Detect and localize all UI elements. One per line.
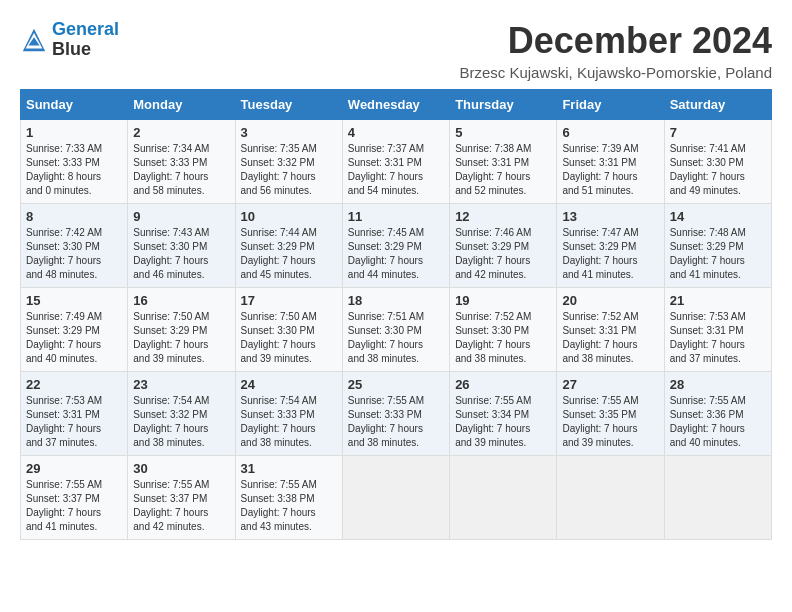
day-number: 31 [241, 461, 337, 476]
calendar-cell: 4 Sunrise: 7:37 AM Sunset: 3:31 PM Dayli… [342, 120, 449, 204]
day-number: 21 [670, 293, 766, 308]
day-number: 20 [562, 293, 658, 308]
day-detail: Sunrise: 7:52 AM Sunset: 3:31 PM Dayligh… [562, 310, 658, 366]
day-detail: Sunrise: 7:53 AM Sunset: 3:31 PM Dayligh… [670, 310, 766, 366]
day-number: 19 [455, 293, 551, 308]
day-detail: Sunrise: 7:55 AM Sunset: 3:36 PM Dayligh… [670, 394, 766, 450]
day-number: 6 [562, 125, 658, 140]
day-number: 13 [562, 209, 658, 224]
calendar-cell: 18 Sunrise: 7:51 AM Sunset: 3:30 PM Dayl… [342, 288, 449, 372]
weekday-header-sunday: Sunday [21, 90, 128, 120]
day-detail: Sunrise: 7:39 AM Sunset: 3:31 PM Dayligh… [562, 142, 658, 198]
calendar-cell: 13 Sunrise: 7:47 AM Sunset: 3:29 PM Dayl… [557, 204, 664, 288]
day-number: 25 [348, 377, 444, 392]
calendar-cell: 6 Sunrise: 7:39 AM Sunset: 3:31 PM Dayli… [557, 120, 664, 204]
weekday-header-friday: Friday [557, 90, 664, 120]
calendar-cell [664, 456, 771, 540]
day-detail: Sunrise: 7:51 AM Sunset: 3:30 PM Dayligh… [348, 310, 444, 366]
calendar-cell: 8 Sunrise: 7:42 AM Sunset: 3:30 PM Dayli… [21, 204, 128, 288]
day-number: 14 [670, 209, 766, 224]
title-block: December 2024 Brzesc Kujawski, Kujawsko-… [459, 20, 772, 81]
calendar-cell: 22 Sunrise: 7:53 AM Sunset: 3:31 PM Dayl… [21, 372, 128, 456]
day-number: 4 [348, 125, 444, 140]
day-number: 12 [455, 209, 551, 224]
day-number: 30 [133, 461, 229, 476]
day-number: 1 [26, 125, 122, 140]
calendar-cell: 2 Sunrise: 7:34 AM Sunset: 3:33 PM Dayli… [128, 120, 235, 204]
day-detail: Sunrise: 7:55 AM Sunset: 3:37 PM Dayligh… [26, 478, 122, 534]
weekday-header-tuesday: Tuesday [235, 90, 342, 120]
calendar-cell: 11 Sunrise: 7:45 AM Sunset: 3:29 PM Dayl… [342, 204, 449, 288]
calendar-cell: 9 Sunrise: 7:43 AM Sunset: 3:30 PM Dayli… [128, 204, 235, 288]
day-number: 11 [348, 209, 444, 224]
day-number: 7 [670, 125, 766, 140]
calendar-cell: 31 Sunrise: 7:55 AM Sunset: 3:38 PM Dayl… [235, 456, 342, 540]
day-number: 27 [562, 377, 658, 392]
calendar-cell: 30 Sunrise: 7:55 AM Sunset: 3:37 PM Dayl… [128, 456, 235, 540]
day-number: 5 [455, 125, 551, 140]
day-number: 15 [26, 293, 122, 308]
day-detail: Sunrise: 7:35 AM Sunset: 3:32 PM Dayligh… [241, 142, 337, 198]
calendar-week-2: 8 Sunrise: 7:42 AM Sunset: 3:30 PM Dayli… [21, 204, 772, 288]
calendar-cell: 7 Sunrise: 7:41 AM Sunset: 3:30 PM Dayli… [664, 120, 771, 204]
calendar-cell: 5 Sunrise: 7:38 AM Sunset: 3:31 PM Dayli… [450, 120, 557, 204]
calendar-cell: 24 Sunrise: 7:54 AM Sunset: 3:33 PM Dayl… [235, 372, 342, 456]
calendar-cell: 3 Sunrise: 7:35 AM Sunset: 3:32 PM Dayli… [235, 120, 342, 204]
calendar-cell: 21 Sunrise: 7:53 AM Sunset: 3:31 PM Dayl… [664, 288, 771, 372]
day-number: 3 [241, 125, 337, 140]
logo-text: General Blue [52, 20, 119, 60]
day-number: 10 [241, 209, 337, 224]
day-number: 16 [133, 293, 229, 308]
day-detail: Sunrise: 7:52 AM Sunset: 3:30 PM Dayligh… [455, 310, 551, 366]
day-number: 28 [670, 377, 766, 392]
day-number: 24 [241, 377, 337, 392]
day-detail: Sunrise: 7:54 AM Sunset: 3:32 PM Dayligh… [133, 394, 229, 450]
day-number: 9 [133, 209, 229, 224]
day-detail: Sunrise: 7:42 AM Sunset: 3:30 PM Dayligh… [26, 226, 122, 282]
calendar-week-3: 15 Sunrise: 7:49 AM Sunset: 3:29 PM Dayl… [21, 288, 772, 372]
day-number: 23 [133, 377, 229, 392]
day-detail: Sunrise: 7:34 AM Sunset: 3:33 PM Dayligh… [133, 142, 229, 198]
page-header: General Blue December 2024 Brzesc Kujaws… [20, 20, 772, 81]
day-detail: Sunrise: 7:37 AM Sunset: 3:31 PM Dayligh… [348, 142, 444, 198]
calendar-week-1: 1 Sunrise: 7:33 AM Sunset: 3:33 PM Dayli… [21, 120, 772, 204]
day-detail: Sunrise: 7:44 AM Sunset: 3:29 PM Dayligh… [241, 226, 337, 282]
calendar-cell: 10 Sunrise: 7:44 AM Sunset: 3:29 PM Dayl… [235, 204, 342, 288]
calendar-cell: 17 Sunrise: 7:50 AM Sunset: 3:30 PM Dayl… [235, 288, 342, 372]
day-detail: Sunrise: 7:43 AM Sunset: 3:30 PM Dayligh… [133, 226, 229, 282]
weekday-header-wednesday: Wednesday [342, 90, 449, 120]
day-detail: Sunrise: 7:55 AM Sunset: 3:37 PM Dayligh… [133, 478, 229, 534]
calendar-cell: 16 Sunrise: 7:50 AM Sunset: 3:29 PM Dayl… [128, 288, 235, 372]
calendar-cell: 14 Sunrise: 7:48 AM Sunset: 3:29 PM Dayl… [664, 204, 771, 288]
day-number: 26 [455, 377, 551, 392]
logo: General Blue [20, 20, 119, 60]
day-number: 18 [348, 293, 444, 308]
calendar-cell [450, 456, 557, 540]
calendar-cell [342, 456, 449, 540]
day-detail: Sunrise: 7:50 AM Sunset: 3:29 PM Dayligh… [133, 310, 229, 366]
day-detail: Sunrise: 7:45 AM Sunset: 3:29 PM Dayligh… [348, 226, 444, 282]
calendar-cell: 26 Sunrise: 7:55 AM Sunset: 3:34 PM Dayl… [450, 372, 557, 456]
month-title: December 2024 [459, 20, 772, 62]
weekday-header-saturday: Saturday [664, 90, 771, 120]
calendar-cell: 15 Sunrise: 7:49 AM Sunset: 3:29 PM Dayl… [21, 288, 128, 372]
day-detail: Sunrise: 7:46 AM Sunset: 3:29 PM Dayligh… [455, 226, 551, 282]
day-number: 22 [26, 377, 122, 392]
weekday-header-monday: Monday [128, 90, 235, 120]
calendar-cell: 1 Sunrise: 7:33 AM Sunset: 3:33 PM Dayli… [21, 120, 128, 204]
day-detail: Sunrise: 7:48 AM Sunset: 3:29 PM Dayligh… [670, 226, 766, 282]
day-number: 8 [26, 209, 122, 224]
calendar-body: 1 Sunrise: 7:33 AM Sunset: 3:33 PM Dayli… [21, 120, 772, 540]
calendar-cell: 19 Sunrise: 7:52 AM Sunset: 3:30 PM Dayl… [450, 288, 557, 372]
day-detail: Sunrise: 7:47 AM Sunset: 3:29 PM Dayligh… [562, 226, 658, 282]
day-detail: Sunrise: 7:33 AM Sunset: 3:33 PM Dayligh… [26, 142, 122, 198]
day-detail: Sunrise: 7:50 AM Sunset: 3:30 PM Dayligh… [241, 310, 337, 366]
calendar-week-5: 29 Sunrise: 7:55 AM Sunset: 3:37 PM Dayl… [21, 456, 772, 540]
calendar-cell [557, 456, 664, 540]
day-detail: Sunrise: 7:54 AM Sunset: 3:33 PM Dayligh… [241, 394, 337, 450]
calendar-week-4: 22 Sunrise: 7:53 AM Sunset: 3:31 PM Dayl… [21, 372, 772, 456]
calendar-cell: 27 Sunrise: 7:55 AM Sunset: 3:35 PM Dayl… [557, 372, 664, 456]
day-detail: Sunrise: 7:41 AM Sunset: 3:30 PM Dayligh… [670, 142, 766, 198]
calendar-table: SundayMondayTuesdayWednesdayThursdayFrid… [20, 89, 772, 540]
calendar-cell: 20 Sunrise: 7:52 AM Sunset: 3:31 PM Dayl… [557, 288, 664, 372]
